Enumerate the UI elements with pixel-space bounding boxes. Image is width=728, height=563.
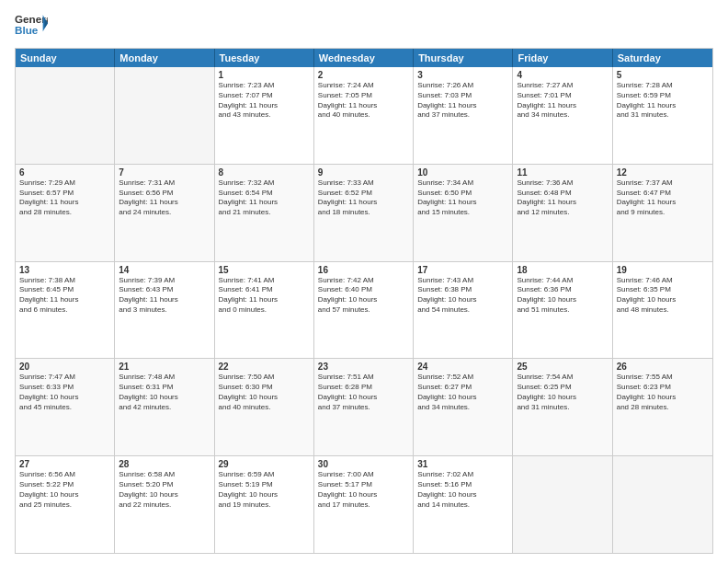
table-row: 22Sunrise: 7:50 AMSunset: 6:30 PMDayligh… xyxy=(215,359,314,455)
cell-line: Sunrise: 7:50 AM xyxy=(219,373,310,383)
cell-line: Sunrise: 6:59 AM xyxy=(219,470,310,480)
cell-line: Sunrise: 7:29 AM xyxy=(19,178,110,189)
cell-line: Sunrise: 7:34 AM xyxy=(417,178,508,189)
cell-line: and 19 minutes. xyxy=(219,500,310,511)
cell-line: and 48 minutes. xyxy=(617,305,709,316)
cell-line: Sunset: 6:54 PM xyxy=(219,189,310,199)
cell-line: Sunrise: 7:24 AM xyxy=(318,81,409,91)
cell-line: Daylight: 10 hours xyxy=(417,393,508,403)
table-row: 1Sunrise: 7:23 AMSunset: 7:07 PMDaylight… xyxy=(215,67,314,164)
cell-line: Sunset: 6:25 PM xyxy=(517,383,608,393)
cell-line: Sunset: 7:01 PM xyxy=(517,91,608,101)
cell-line: Sunrise: 7:26 AM xyxy=(417,81,508,91)
cell-line: Sunset: 6:33 PM xyxy=(19,383,110,393)
day-number: 26 xyxy=(617,362,709,372)
cell-line: Daylight: 10 hours xyxy=(417,295,508,305)
cell-line: Sunrise: 7:23 AM xyxy=(219,81,310,91)
cell-line: Daylight: 11 hours xyxy=(119,198,210,208)
header-day-wednesday: Wednesday xyxy=(314,49,414,67)
table-row: 30Sunrise: 7:00 AMSunset: 5:17 PMDayligh… xyxy=(314,456,414,553)
cell-line: Sunrise: 7:37 AM xyxy=(617,178,709,189)
calendar-body: 1Sunrise: 7:23 AMSunset: 7:07 PMDaylight… xyxy=(16,67,712,553)
cell-line: Sunrise: 7:54 AM xyxy=(517,373,608,383)
cell-line: Sunset: 6:40 PM xyxy=(318,285,409,295)
day-number: 6 xyxy=(19,167,110,178)
cell-line: Sunset: 5:17 PM xyxy=(318,480,409,490)
day-number: 16 xyxy=(318,265,409,275)
cell-line: Daylight: 11 hours xyxy=(19,198,110,208)
day-number: 29 xyxy=(219,459,310,469)
table-row: 25Sunrise: 7:54 AMSunset: 6:25 PMDayligh… xyxy=(513,359,612,455)
cell-line: Daylight: 11 hours xyxy=(219,198,310,208)
calendar: SundayMondayTuesdayWednesdayThursdayFrid… xyxy=(15,48,713,554)
cell-line: Sunset: 6:36 PM xyxy=(517,285,608,295)
cell-line: Sunrise: 7:42 AM xyxy=(318,276,409,286)
table-row: 31Sunrise: 7:02 AMSunset: 5:16 PMDayligh… xyxy=(414,456,513,553)
cell-line: Sunset: 6:48 PM xyxy=(517,189,608,199)
logo: General Blue xyxy=(15,11,48,40)
day-number: 30 xyxy=(318,459,409,469)
day-number: 4 xyxy=(517,70,608,80)
cell-line: Sunrise: 7:52 AM xyxy=(417,373,508,383)
cell-line: Daylight: 10 hours xyxy=(19,393,110,403)
cell-line: Sunrise: 7:46 AM xyxy=(617,276,709,286)
cell-line: and 57 minutes. xyxy=(318,305,409,316)
day-number: 12 xyxy=(617,167,709,178)
table-row: 15Sunrise: 7:41 AMSunset: 6:41 PMDayligh… xyxy=(215,262,314,359)
cell-line: and 34 minutes. xyxy=(517,110,608,121)
table-row: 21Sunrise: 7:48 AMSunset: 6:31 PMDayligh… xyxy=(115,359,214,455)
table-row: 19Sunrise: 7:46 AMSunset: 6:35 PMDayligh… xyxy=(613,262,712,359)
cell-line: Sunset: 6:35 PM xyxy=(617,285,709,295)
table-row: 2Sunrise: 7:24 AMSunset: 7:05 PMDaylight… xyxy=(314,67,414,164)
cell-line: Sunset: 6:43 PM xyxy=(119,285,210,295)
cell-line: Daylight: 11 hours xyxy=(318,101,409,111)
day-number: 17 xyxy=(417,265,508,275)
cell-line: Daylight: 10 hours xyxy=(318,295,409,305)
header-day-friday: Friday xyxy=(513,49,612,67)
cell-line: Sunset: 6:38 PM xyxy=(417,285,508,295)
day-number: 19 xyxy=(617,265,709,275)
day-number: 21 xyxy=(119,362,210,372)
cell-line: Sunset: 5:20 PM xyxy=(119,480,210,490)
table-row: 7Sunrise: 7:31 AMSunset: 6:56 PMDaylight… xyxy=(115,165,214,261)
cell-line: Sunset: 7:07 PM xyxy=(219,91,310,101)
header: General Blue xyxy=(15,11,713,40)
cell-line: and 15 minutes. xyxy=(417,208,508,218)
cell-line: Daylight: 10 hours xyxy=(119,490,210,500)
cell-line: Sunrise: 7:32 AM xyxy=(219,178,310,189)
cell-line: Sunrise: 7:33 AM xyxy=(318,178,409,189)
cell-line: and 54 minutes. xyxy=(417,305,508,316)
table-row: 13Sunrise: 7:38 AMSunset: 6:45 PMDayligh… xyxy=(16,262,115,359)
cell-line: Sunset: 5:16 PM xyxy=(417,480,508,490)
day-number: 8 xyxy=(219,167,310,178)
cell-line: Daylight: 11 hours xyxy=(119,295,210,305)
table-row: 6Sunrise: 7:29 AMSunset: 6:57 PMDaylight… xyxy=(16,165,115,261)
cell-line: Sunrise: 7:00 AM xyxy=(318,470,409,480)
day-number: 22 xyxy=(219,362,310,372)
cell-line: Sunset: 6:45 PM xyxy=(19,285,110,295)
cell-line: Daylight: 10 hours xyxy=(318,490,409,500)
svg-text:Blue: Blue xyxy=(15,24,39,36)
cell-line: and 34 minutes. xyxy=(417,403,508,413)
cell-line: Sunrise: 6:58 AM xyxy=(119,470,210,480)
cell-line: Sunrise: 7:02 AM xyxy=(417,470,508,480)
day-number: 20 xyxy=(19,362,110,372)
table-row: 16Sunrise: 7:42 AMSunset: 6:40 PMDayligh… xyxy=(314,262,414,359)
header-day-saturday: Saturday xyxy=(613,49,712,67)
cell-line: and 37 minutes. xyxy=(318,403,409,413)
header-day-tuesday: Tuesday xyxy=(215,49,314,67)
table-row: 29Sunrise: 6:59 AMSunset: 5:19 PMDayligh… xyxy=(215,456,314,553)
day-number: 31 xyxy=(417,459,508,469)
cell-line: Daylight: 11 hours xyxy=(318,198,409,208)
cell-line: Sunrise: 7:41 AM xyxy=(219,276,310,286)
cell-line: Sunset: 6:30 PM xyxy=(219,383,310,393)
table-row xyxy=(115,67,214,164)
cell-line: Sunrise: 7:44 AM xyxy=(517,276,608,286)
table-row: 12Sunrise: 7:37 AMSunset: 6:47 PMDayligh… xyxy=(613,165,712,261)
table-row xyxy=(16,67,115,164)
day-number: 1 xyxy=(219,70,310,80)
table-row: 26Sunrise: 7:55 AMSunset: 6:23 PMDayligh… xyxy=(613,359,712,455)
cell-line: Sunrise: 7:31 AM xyxy=(119,178,210,189)
table-row: 23Sunrise: 7:51 AMSunset: 6:28 PMDayligh… xyxy=(314,359,414,455)
day-number: 9 xyxy=(318,167,409,178)
